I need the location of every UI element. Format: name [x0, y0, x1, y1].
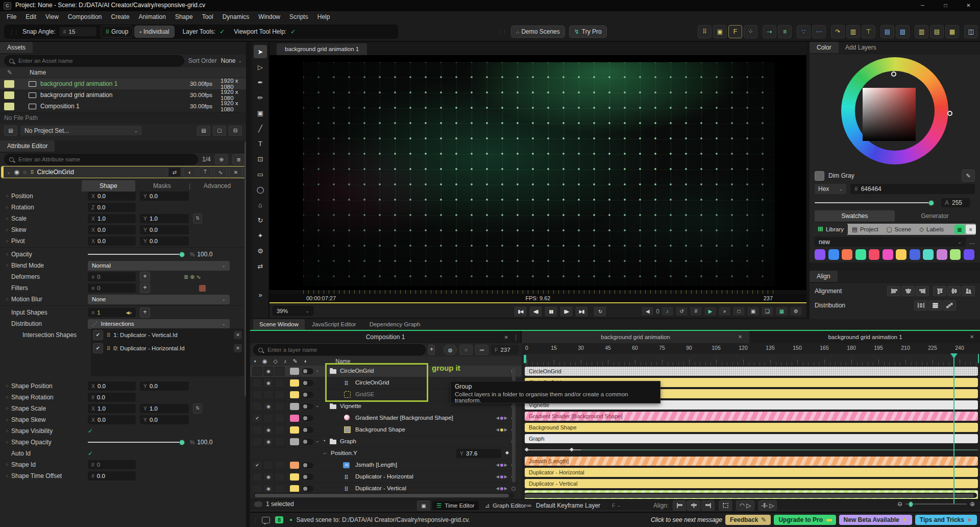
deformers-field[interactable]: ≡0	[88, 272, 136, 281]
asset-name[interactable]: background grid animation	[40, 91, 112, 99]
menu-dynamics[interactable]: Dynamics	[218, 13, 254, 20]
keyframe-toggle[interactable]: ○	[3, 227, 11, 232]
line-tool-icon[interactable]: ╱	[254, 122, 267, 135]
property-row[interactable]: ⌐ Position.Y Y37.6 ◆ ▷	[250, 448, 522, 460]
menu-window[interactable]: Window	[254, 13, 285, 20]
grid-layout1-tool-icon[interactable]: ▥	[915, 25, 928, 38]
shape-skew-x-field[interactable]: X0.0	[88, 415, 136, 424]
menu-tool[interactable]: Tool	[198, 13, 218, 20]
layer-name[interactable]: Duplicator - Vertical	[355, 485, 406, 491]
asset-search-input[interactable]	[17, 57, 179, 64]
layer-toggle[interactable]	[302, 439, 313, 445]
swatch-set-select[interactable]: new⌄	[815, 237, 966, 247]
viewport-canvas[interactable]	[270, 55, 806, 290]
layer-color-chip[interactable]	[290, 438, 299, 445]
rotate-tool-icon[interactable]: ↻	[254, 213, 267, 227]
enabled-check-icon[interactable]: ✔	[252, 414, 262, 423]
trash-icon[interactable]: ⊟	[229, 126, 242, 136]
shape-position-x-field[interactable]: X0.0	[88, 381, 136, 391]
dot-grid-tool-icon[interactable]: ⠿	[698, 25, 712, 38]
filter-swatch-icon[interactable]	[199, 285, 206, 292]
track-bar[interactable]: Jsmath [Length]	[525, 457, 978, 466]
expand-strip-icon[interactable]: »	[254, 288, 267, 301]
scale-y-field[interactable]: Y1.0	[140, 214, 189, 223]
remove-item-icon[interactable]: ✕	[234, 344, 242, 352]
tab-masks[interactable]: Masks	[135, 180, 189, 191]
swatch-set-menu-icon[interactable]: …	[969, 238, 975, 246]
duplicate-view-icon[interactable]: ❏	[761, 306, 774, 316]
settings-tool-icon[interactable]: ⚙	[254, 244, 267, 257]
tab-add-layers[interactable]: Add Layers	[845, 44, 876, 51]
close-button[interactable]: ✕	[957, 0, 980, 11]
add-input-shape-button[interactable]: +	[140, 307, 150, 318]
snap-angle-field[interactable]: #15	[60, 27, 96, 36]
distribution-select[interactable]: ⋰Intersections⌄	[88, 319, 230, 329]
menu-help[interactable]: Help	[313, 13, 335, 20]
layer-color-chip[interactable]	[290, 426, 299, 434]
grid-layout2-tool-icon[interactable]: ▤	[930, 25, 944, 38]
source-project[interactable]: ▤Project	[848, 224, 883, 235]
layer-tools-checkbox[interactable]: ✓	[219, 28, 225, 35]
layer-color-chip[interactable]	[290, 473, 299, 481]
layer-search-input[interactable]	[266, 346, 421, 353]
viewport-settings-gear-icon[interactable]: ⚙	[790, 306, 802, 316]
add-deformer-button[interactable]: +	[140, 272, 150, 282]
shape-visibility-checkbox[interactable]: ✓	[88, 427, 93, 435]
auto-id-checkbox[interactable]: ✓	[88, 450, 93, 457]
menu-scripts[interactable]: Scripts	[285, 13, 313, 20]
work-area-end-marker[interactable]	[978, 354, 979, 363]
snap-filter-icon[interactable]: ⁘	[459, 345, 473, 355]
shape-rotation-field[interactable]: #0.0	[88, 393, 136, 402]
feedback-button[interactable]: Feedback✎	[725, 515, 771, 525]
keyframe-layer-select[interactable]: Default Keyframe Layer	[536, 502, 600, 509]
tab-assets[interactable]: Assets	[0, 42, 33, 53]
asset-row[interactable]: background grid animation 1 30.00fps 192…	[0, 78, 246, 89]
tab-advanced[interactable]: Advanced	[190, 180, 244, 191]
timeline-tab[interactable]: background grid animation	[522, 331, 749, 343]
arrow-tool-icon[interactable]: ⇢	[763, 25, 776, 38]
artboard-tool-icon[interactable]: ⊡	[254, 152, 267, 165]
layer-name[interactable]: Vignette	[340, 403, 361, 409]
grid-overlay-icon[interactable]: #	[690, 306, 702, 316]
eye-icon[interactable]: ◉	[263, 425, 274, 435]
sv-indicator[interactable]	[891, 71, 896, 77]
minimize-button[interactable]: ─	[911, 0, 934, 11]
group-mode-button[interactable]: ⠿Group	[101, 26, 134, 38]
kf-ease-curve-icon[interactable]: ◠ ▷	[736, 500, 754, 511]
scale-x-field[interactable]: X1.0	[88, 214, 136, 223]
solo-circle-icon[interactable]: ○	[23, 169, 27, 176]
shape-opacity-value[interactable]: 100.0	[197, 439, 212, 446]
star-tool-icon[interactable]: ✦	[254, 229, 267, 242]
eyedropper-button[interactable]: ✎	[962, 170, 975, 182]
layer-name[interactable]: Jsmath [Length]	[355, 462, 397, 468]
shape-opacity-slider-knob[interactable]	[179, 440, 185, 445]
layer-row[interactable]: ✔ Gradient Shader [Background Shape] ◀▶	[250, 413, 522, 424]
layer-toggle[interactable]	[302, 415, 313, 421]
timeline-ticks[interactable]	[524, 354, 979, 366]
list-view-icon[interactable]: ≡	[966, 225, 976, 234]
message-bubble-icon[interactable]	[262, 517, 270, 523]
filter-settings-icon[interactable]: ≔	[475, 345, 488, 355]
node-graph-icon[interactable]: ≣	[232, 154, 246, 164]
pause-button[interactable]: ▮▮	[544, 306, 558, 317]
keyframe-toggle[interactable]: ○	[3, 406, 11, 411]
folder-icon[interactable]: ▤	[197, 126, 210, 136]
color-mode-select[interactable]: Hex⌄	[815, 184, 846, 194]
eye-icon[interactable]: ◉	[263, 378, 274, 388]
dots-row-tool-icon[interactable]: ⋯	[812, 25, 826, 38]
layer-search[interactable]	[253, 344, 426, 355]
blend-mode-select[interactable]: Normal⌄	[88, 261, 230, 271]
asset-row[interactable]: background grid animation 30.00fps 1920 …	[0, 89, 246, 101]
item-check-icon[interactable]: ✔	[93, 330, 103, 340]
nav-arrows[interactable]: ◀▶	[496, 427, 507, 432]
timeline-zoom-knob[interactable]	[909, 501, 913, 507]
pin-icon[interactable]: ⍑	[199, 167, 212, 177]
pan-tool-icon[interactable]: ⇄	[254, 259, 267, 273]
layer-row[interactable]: ✔ JS Jsmath [Length] ◀▶	[250, 460, 522, 471]
keyframe-toggle[interactable]: ○	[3, 238, 11, 244]
keyframe-toggle[interactable]: ○	[3, 216, 11, 221]
track-bar[interactable]: Duplicator - Vertical	[525, 479, 978, 488]
text-tool-icon[interactable]: T	[254, 137, 267, 150]
layer-row[interactable]: ◉ ⠿ Duplicator - Vertical ◀▶	[250, 483, 522, 492]
try-pro-button[interactable]: ↯Try Pro	[569, 26, 607, 38]
